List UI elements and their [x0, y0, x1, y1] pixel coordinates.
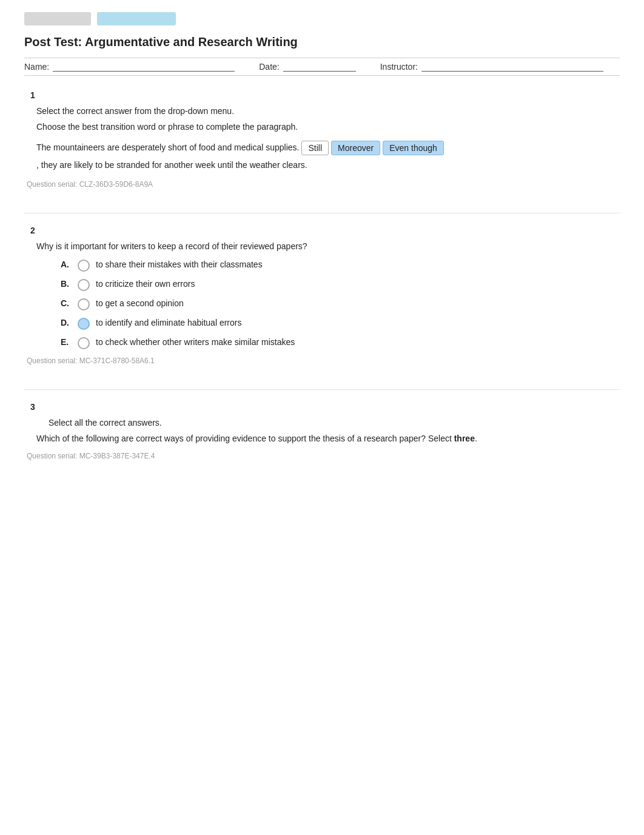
choice-b-bubble[interactable]: [78, 279, 90, 291]
question-3-number: 3: [24, 402, 620, 412]
instructor-label: Instructor:: [380, 62, 418, 72]
date-field: Date:: [259, 62, 355, 72]
choice-d-label: D.: [61, 318, 78, 327]
question-3-text: Which of the following are correct ways …: [36, 434, 620, 443]
question-1-number: 1: [24, 90, 620, 100]
question-1-instruction: Select the correct answer from the drop-…: [36, 106, 620, 116]
name-input-line[interactable]: [53, 62, 235, 72]
question-2-number: 2: [24, 226, 620, 235]
question-3-body: Select all the correct answers. Which of…: [36, 418, 620, 443]
choice-a-text: to share their mistakes with their class…: [96, 260, 263, 269]
question-1-section: 1 Select the correct answer from the dro…: [24, 90, 620, 195]
choice-e-text: to check whether other writers make simi…: [96, 337, 295, 347]
choice-a-row: A. to share their mistakes with their cl…: [61, 260, 620, 272]
question-1-text: Choose the best transition word or phras…: [36, 122, 620, 132]
choice-a-label: A.: [61, 260, 78, 269]
question-1-inline-row: The mountaineers are desperately short o…: [36, 140, 620, 173]
date-input-line[interactable]: [283, 62, 356, 72]
question-1-sentence-before: The mountaineers are desperately short o…: [36, 140, 299, 155]
form-fields-row: Name: Date: Instructor:: [24, 58, 620, 76]
choice-e-row: E. to check whether other writers make s…: [61, 337, 620, 349]
question-1-sentence-after: , they are likely to be stranded for ano…: [36, 158, 307, 173]
question-1-serial: Question serial: CLZ-36D3-59D6-8A9A: [24, 180, 620, 189]
question-2-serial: Question serial: MC-371C-8780-58A6.1: [24, 357, 620, 365]
instructor-input-line[interactable]: [421, 62, 603, 72]
choice-b-label: B.: [61, 279, 78, 289]
logo-area: [24, 12, 620, 25]
option-even-though[interactable]: Even though: [383, 141, 444, 155]
page-title: Post Test: Argumentative and Research Wr…: [24, 35, 620, 49]
option-still[interactable]: Still: [301, 141, 329, 155]
logo-secondary: [97, 12, 176, 25]
choice-e-label: E.: [61, 337, 78, 347]
question-2-choices: A. to share their mistakes with their cl…: [61, 260, 620, 349]
choice-d-text: to identify and eliminate habitual error…: [96, 318, 241, 327]
name-field: Name:: [24, 62, 235, 72]
choice-c-label: C.: [61, 298, 78, 308]
choice-d-row: D. to identify and eliminate habitual er…: [61, 318, 620, 330]
choice-b-row: B. to criticize their own errors: [61, 279, 620, 291]
divider-2: [24, 389, 620, 390]
question-3-serial: Question serial: MC-39B3-387E-347E.4: [24, 452, 620, 460]
question-2-section: 2 Why is it important for writers to kee…: [24, 226, 620, 371]
name-label: Name:: [24, 62, 49, 72]
question-3-instruction: Select all the correct answers.: [49, 418, 620, 428]
instructor-field: Instructor:: [380, 62, 603, 72]
question-3-bold: three: [454, 434, 475, 443]
divider-1: [24, 213, 620, 213]
choice-c-bubble[interactable]: [78, 298, 90, 310]
question-3-section: 3 Select all the correct answers. Which …: [24, 402, 620, 466]
choice-c-text: to get a second opinion: [96, 298, 184, 308]
option-moreover[interactable]: Moreover: [331, 141, 380, 155]
choice-d-bubble[interactable]: [78, 318, 90, 330]
date-label: Date:: [259, 62, 279, 72]
logo-primary: [24, 12, 91, 25]
choice-a-bubble[interactable]: [78, 260, 90, 272]
choice-e-bubble[interactable]: [78, 337, 90, 349]
choice-b-text: to criticize their own errors: [96, 279, 195, 289]
question-2-text: Why is it important for writers to keep …: [36, 241, 620, 251]
choice-c-row: C. to get a second opinion: [61, 298, 620, 310]
